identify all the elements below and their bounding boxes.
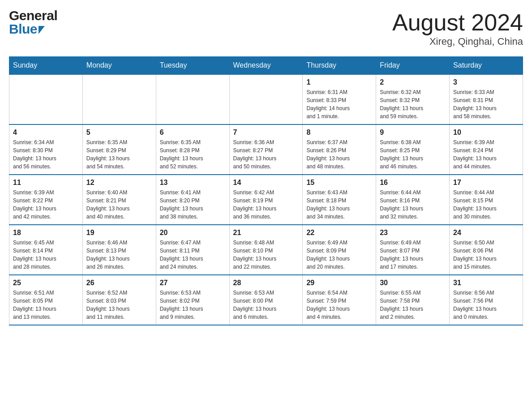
calendar-day-cell: 20Sunrise: 6:47 AM Sunset: 8:11 PM Dayli…: [156, 225, 229, 275]
day-info: Sunrise: 6:44 AM Sunset: 8:15 PM Dayligh…: [453, 188, 519, 221]
day-number: 24: [453, 229, 519, 237]
day-info: Sunrise: 6:36 AM Sunset: 8:27 PM Dayligh…: [233, 138, 299, 171]
day-info: Sunrise: 6:41 AM Sunset: 8:20 PM Dayligh…: [160, 188, 226, 221]
day-number: 13: [160, 179, 226, 187]
day-number: 21: [233, 229, 299, 237]
day-info: Sunrise: 6:35 AM Sunset: 8:29 PM Dayligh…: [86, 138, 152, 171]
calendar-day-cell: 30Sunrise: 6:55 AM Sunset: 7:58 PM Dayli…: [376, 275, 450, 325]
calendar-day-cell: 22Sunrise: 6:49 AM Sunset: 8:09 PM Dayli…: [303, 225, 376, 275]
day-info: Sunrise: 6:46 AM Sunset: 8:13 PM Dayligh…: [86, 239, 152, 271]
calendar-day-cell: 29Sunrise: 6:54 AM Sunset: 7:59 PM Dayli…: [303, 275, 376, 325]
day-info: Sunrise: 6:44 AM Sunset: 8:16 PM Dayligh…: [380, 188, 446, 221]
calendar-day-cell: 5Sunrise: 6:35 AM Sunset: 8:29 PM Daylig…: [82, 124, 156, 175]
calendar-day-cell: 8Sunrise: 6:37 AM Sunset: 8:26 PM Daylig…: [303, 124, 376, 175]
calendar-week-row: 18Sunrise: 6:45 AM Sunset: 8:14 PM Dayli…: [9, 225, 523, 275]
day-number: 28: [233, 279, 299, 287]
day-number: 9: [380, 128, 446, 137]
calendar-day-cell: 23Sunrise: 6:49 AM Sunset: 8:07 PM Dayli…: [376, 225, 450, 275]
calendar-day-cell: 1Sunrise: 6:31 AM Sunset: 8:33 PM Daylig…: [303, 74, 376, 124]
weekday-header: Sunday: [9, 57, 83, 75]
weekday-header: Monday: [82, 57, 156, 75]
calendar-day-cell: 27Sunrise: 6:53 AM Sunset: 8:02 PM Dayli…: [156, 275, 229, 325]
calendar-day-cell: 21Sunrise: 6:48 AM Sunset: 8:10 PM Dayli…: [229, 225, 303, 275]
day-number: 6: [160, 128, 226, 137]
day-number: 11: [13, 179, 79, 187]
day-info: Sunrise: 6:42 AM Sunset: 8:19 PM Dayligh…: [233, 188, 299, 221]
day-info: Sunrise: 6:37 AM Sunset: 8:26 PM Dayligh…: [306, 138, 372, 171]
day-number: 23: [380, 229, 446, 237]
calendar-day-cell: 3Sunrise: 6:33 AM Sunset: 8:31 PM Daylig…: [450, 74, 523, 124]
day-info: Sunrise: 6:43 AM Sunset: 8:18 PM Dayligh…: [306, 188, 372, 221]
location-title: Xireg, Qinghai, China: [392, 36, 523, 47]
calendar-day-cell: 14Sunrise: 6:42 AM Sunset: 8:19 PM Dayli…: [229, 175, 303, 225]
day-info: Sunrise: 6:49 AM Sunset: 8:09 PM Dayligh…: [306, 239, 372, 271]
weekday-header: Thursday: [303, 57, 376, 75]
logo-general: General: [9, 9, 57, 22]
day-number: 20: [160, 229, 226, 237]
calendar-day-cell: 4Sunrise: 6:34 AM Sunset: 8:30 PM Daylig…: [9, 124, 83, 175]
day-number: 5: [86, 128, 152, 137]
day-info: Sunrise: 6:33 AM Sunset: 8:31 PM Dayligh…: [453, 88, 519, 120]
calendar-week-row: 4Sunrise: 6:34 AM Sunset: 8:30 PM Daylig…: [9, 124, 523, 175]
day-number: 31: [453, 279, 519, 287]
day-number: 1: [306, 78, 372, 86]
calendar-table: SundayMondayTuesdayWednesdayThursdayFrid…: [9, 56, 523, 325]
day-info: Sunrise: 6:52 AM Sunset: 8:03 PM Dayligh…: [86, 289, 152, 321]
calendar-day-cell: [9, 74, 83, 124]
day-number: 18: [13, 229, 79, 237]
calendar-day-cell: 9Sunrise: 6:38 AM Sunset: 8:25 PM Daylig…: [376, 124, 450, 175]
weekday-header: Saturday: [450, 57, 523, 75]
day-info: Sunrise: 6:48 AM Sunset: 8:10 PM Dayligh…: [233, 239, 299, 271]
day-number: 10: [453, 128, 519, 137]
day-info: Sunrise: 6:31 AM Sunset: 8:33 PM Dayligh…: [306, 88, 372, 120]
day-number: 7: [233, 128, 299, 137]
day-info: Sunrise: 6:39 AM Sunset: 8:22 PM Dayligh…: [13, 188, 79, 221]
calendar-day-cell: 7Sunrise: 6:36 AM Sunset: 8:27 PM Daylig…: [229, 124, 303, 175]
weekday-header: Friday: [376, 57, 450, 75]
calendar-day-cell: 19Sunrise: 6:46 AM Sunset: 8:13 PM Dayli…: [82, 225, 156, 275]
calendar-day-cell: 24Sunrise: 6:50 AM Sunset: 8:06 PM Dayli…: [450, 225, 523, 275]
day-number: 30: [380, 279, 446, 287]
calendar-day-cell: 13Sunrise: 6:41 AM Sunset: 8:20 PM Dayli…: [156, 175, 229, 225]
calendar-day-cell: 25Sunrise: 6:51 AM Sunset: 8:05 PM Dayli…: [9, 275, 83, 325]
day-info: Sunrise: 6:50 AM Sunset: 8:06 PM Dayligh…: [453, 239, 519, 271]
calendar-week-row: 11Sunrise: 6:39 AM Sunset: 8:22 PM Dayli…: [9, 175, 523, 225]
day-info: Sunrise: 6:55 AM Sunset: 7:58 PM Dayligh…: [380, 289, 446, 321]
day-info: Sunrise: 6:32 AM Sunset: 8:32 PM Dayligh…: [380, 88, 446, 120]
day-info: Sunrise: 6:53 AM Sunset: 8:02 PM Dayligh…: [160, 289, 226, 321]
weekday-header: Tuesday: [156, 57, 229, 75]
day-info: Sunrise: 6:53 AM Sunset: 8:00 PM Dayligh…: [233, 289, 299, 321]
calendar-day-cell: [229, 74, 303, 124]
day-info: Sunrise: 6:51 AM Sunset: 8:05 PM Dayligh…: [13, 289, 79, 321]
day-info: Sunrise: 6:40 AM Sunset: 8:21 PM Dayligh…: [86, 188, 152, 221]
calendar-day-cell: 16Sunrise: 6:44 AM Sunset: 8:16 PM Dayli…: [376, 175, 450, 225]
day-number: 17: [453, 179, 519, 187]
calendar-day-cell: [82, 74, 156, 124]
day-number: 19: [86, 229, 152, 237]
calendar-day-cell: 18Sunrise: 6:45 AM Sunset: 8:14 PM Dayli…: [9, 225, 83, 275]
day-info: Sunrise: 6:38 AM Sunset: 8:25 PM Dayligh…: [380, 138, 446, 171]
day-number: 3: [453, 78, 519, 86]
calendar-day-cell: 31Sunrise: 6:56 AM Sunset: 7:56 PM Dayli…: [450, 275, 523, 325]
day-number: 2: [380, 78, 446, 86]
day-number: 8: [306, 128, 372, 137]
day-number: 25: [13, 279, 79, 287]
calendar-day-cell: 12Sunrise: 6:40 AM Sunset: 8:21 PM Dayli…: [82, 175, 156, 225]
calendar-day-cell: 17Sunrise: 6:44 AM Sunset: 8:15 PM Dayli…: [450, 175, 523, 225]
day-info: Sunrise: 6:54 AM Sunset: 7:59 PM Dayligh…: [306, 289, 372, 321]
day-number: 12: [86, 179, 152, 187]
calendar-day-cell: 15Sunrise: 6:43 AM Sunset: 8:18 PM Dayli…: [303, 175, 376, 225]
day-number: 4: [13, 128, 79, 137]
calendar-day-cell: 26Sunrise: 6:52 AM Sunset: 8:03 PM Dayli…: [82, 275, 156, 325]
day-info: Sunrise: 6:49 AM Sunset: 8:07 PM Dayligh…: [380, 239, 446, 271]
day-info: Sunrise: 6:56 AM Sunset: 7:56 PM Dayligh…: [453, 289, 519, 321]
calendar-day-cell: 2Sunrise: 6:32 AM Sunset: 8:32 PM Daylig…: [376, 74, 450, 124]
calendar-day-cell: 11Sunrise: 6:39 AM Sunset: 8:22 PM Dayli…: [9, 175, 83, 225]
calendar-day-cell: 28Sunrise: 6:53 AM Sunset: 8:00 PM Dayli…: [229, 275, 303, 325]
calendar-day-cell: 10Sunrise: 6:39 AM Sunset: 8:24 PM Dayli…: [450, 124, 523, 175]
day-number: 29: [306, 279, 372, 287]
day-number: 15: [306, 179, 372, 187]
weekday-header: Wednesday: [229, 57, 303, 75]
day-number: 14: [233, 179, 299, 187]
day-info: Sunrise: 6:35 AM Sunset: 8:28 PM Dayligh…: [160, 138, 226, 171]
